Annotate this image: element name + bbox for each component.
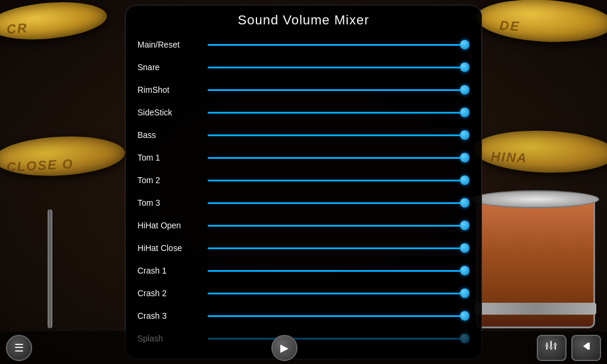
slider-thumb-3[interactable] xyxy=(460,108,470,117)
slider-fill-3 xyxy=(208,112,465,114)
slider-thumb-5[interactable] xyxy=(460,153,470,162)
mixer-row-4: Bass xyxy=(137,124,470,146)
mixer-rows: Main/ResetSnareRimShotSideStickBassTom 1… xyxy=(137,34,470,354)
mixer-row-2: RimShot xyxy=(137,79,470,101)
svg-rect-7 xyxy=(588,343,590,350)
mixer-row-10: Crash 1 xyxy=(137,260,470,281)
svg-marker-6 xyxy=(583,343,588,350)
slider-track-9[interactable] xyxy=(208,247,465,249)
cymbal-mr-text: HINA xyxy=(490,149,528,166)
mixer-label-6: Tom 2 xyxy=(137,175,203,185)
panel-title: Sound Volume Mixer xyxy=(137,12,470,28)
mixer-label-2: RimShot xyxy=(137,85,203,95)
back-icon xyxy=(580,340,593,356)
slider-track-4[interactable] xyxy=(208,134,465,136)
cymbal-tr-text: DE xyxy=(499,18,521,34)
slider-thumb-7[interactable] xyxy=(460,198,470,208)
slider-thumb-10[interactable] xyxy=(460,266,470,275)
slider-fill-0 xyxy=(208,44,465,46)
stand-pole xyxy=(48,209,52,328)
mixer-label-5: Tom 1 xyxy=(137,153,203,162)
mixer-row-9: HiHat Close xyxy=(137,237,470,259)
slider-track-12[interactable] xyxy=(208,315,465,317)
drum-rim xyxy=(475,303,596,315)
slider-fill-4 xyxy=(208,134,465,136)
mixer-row-3: SideStick xyxy=(137,102,470,123)
svg-rect-5 xyxy=(553,344,557,346)
slider-track-10[interactable] xyxy=(208,270,465,272)
slider-fill-6 xyxy=(208,180,465,181)
mixer-label-4: Bass xyxy=(137,130,203,140)
drum-head xyxy=(472,190,599,208)
mixer-label-1: Snare xyxy=(137,62,203,72)
slider-thumb-2[interactable] xyxy=(460,85,470,95)
slider-track-11[interactable] xyxy=(208,293,465,294)
mixer-row-5: Tom 1 xyxy=(137,147,470,168)
slider-thumb-8[interactable] xyxy=(460,221,470,230)
slider-thumb-0[interactable] xyxy=(460,40,470,49)
slider-track-2[interactable] xyxy=(208,89,465,91)
slider-track-3[interactable] xyxy=(208,112,465,114)
slider-track-1[interactable] xyxy=(208,67,465,68)
slider-fill-2 xyxy=(208,89,465,91)
mixer-row-0: Main/Reset xyxy=(137,34,470,55)
slider-fill-11 xyxy=(208,293,465,294)
slider-fill-10 xyxy=(208,270,465,272)
drum-right xyxy=(476,197,595,328)
mixer-label-12: Crash 3 xyxy=(137,311,203,321)
mixer-row-12: Crash 3 xyxy=(137,305,470,327)
mixer-row-8: HiHat Open xyxy=(137,215,470,236)
slider-fill-7 xyxy=(208,202,465,204)
mixer-panel: Sound Volume Mixer Main/ResetSnareRimSho… xyxy=(125,5,482,359)
cymbal-ml-text: CLOSE O xyxy=(6,156,74,175)
mixer-button[interactable] xyxy=(537,335,567,361)
play-icon: ▶ xyxy=(280,341,289,354)
mixer-row-7: Tom 3 xyxy=(137,192,470,214)
slider-track-6[interactable] xyxy=(208,180,465,181)
mixer-icon xyxy=(545,340,558,356)
slider-thumb-11[interactable] xyxy=(460,288,470,298)
svg-rect-3 xyxy=(549,347,553,349)
mixer-label-7: Tom 3 xyxy=(137,198,203,208)
slider-track-8[interactable] xyxy=(208,225,465,227)
mixer-label-3: SideStick xyxy=(137,108,203,117)
cymbal-tl-text: CR xyxy=(6,20,29,37)
slider-fill-8 xyxy=(208,225,465,227)
mixer-label-11: Crash 2 xyxy=(137,288,203,298)
menu-button[interactable]: ☰ xyxy=(6,335,32,361)
slider-fill-9 xyxy=(208,247,465,249)
slider-fill-12 xyxy=(208,315,465,317)
slider-thumb-4[interactable] xyxy=(460,130,470,140)
bottom-bar: ☰ ▶ xyxy=(0,331,607,364)
mixer-row-6: Tom 2 xyxy=(137,170,470,191)
mixer-label-0: Main/Reset xyxy=(137,40,203,49)
slider-thumb-1[interactable] xyxy=(460,62,470,72)
play-button[interactable]: ▶ xyxy=(271,335,298,361)
slider-fill-5 xyxy=(208,157,465,159)
mixer-label-10: Crash 1 xyxy=(137,266,203,275)
slider-thumb-9[interactable] xyxy=(460,243,470,253)
slider-track-0[interactable] xyxy=(208,44,465,46)
slider-track-7[interactable] xyxy=(208,202,465,204)
mixer-row-1: Snare xyxy=(137,57,470,78)
slider-track-5[interactable] xyxy=(208,157,465,159)
back-button[interactable] xyxy=(571,335,601,361)
slider-thumb-12[interactable] xyxy=(460,311,470,321)
mixer-row-11: Crash 2 xyxy=(137,283,470,304)
svg-rect-1 xyxy=(545,345,549,347)
slider-fill-1 xyxy=(208,67,465,68)
svg-rect-4 xyxy=(555,343,556,350)
slider-thumb-6[interactable] xyxy=(460,175,470,185)
menu-icon: ☰ xyxy=(14,341,24,354)
mixer-label-9: HiHat Close xyxy=(137,243,203,253)
mixer-label-8: HiHat Open xyxy=(137,221,203,230)
right-buttons xyxy=(537,335,601,361)
